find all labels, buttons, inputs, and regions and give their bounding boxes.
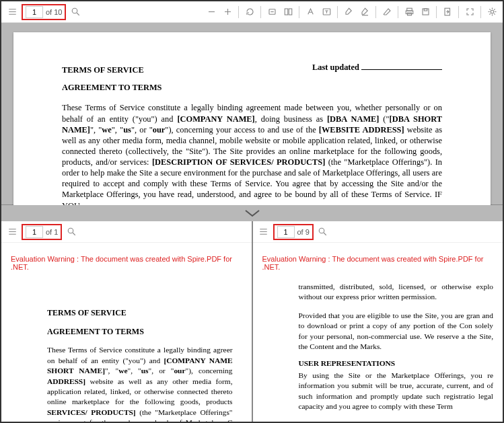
svg-point-12 (68, 228, 73, 233)
page-view-icon[interactable] (281, 5, 295, 19)
svg-rect-3 (289, 9, 292, 15)
save-icon[interactable] (419, 5, 432, 19)
zoom-out-icon[interactable] (205, 5, 218, 19)
underline-highlight-icon[interactable] (358, 5, 371, 19)
svg-rect-6 (406, 11, 413, 14)
sidebar-toggle-icon[interactable] (5, 5, 19, 19)
page-total-label: of 10 (46, 8, 62, 16)
eraser-icon[interactable] (380, 5, 394, 19)
page-number-input[interactable] (26, 226, 43, 238)
page-indicator: of 9 (273, 224, 314, 240)
right-viewer: of 9 Evaluation Warning : The document w… (253, 221, 503, 422)
top-toolbar: of 10 (1, 1, 503, 23)
svg-point-13 (320, 228, 325, 233)
doc-body: These Terms of Service constitute a lega… (47, 345, 233, 422)
fit-page-icon[interactable] (265, 5, 279, 19)
page-number-input[interactable] (277, 226, 295, 238)
section-title: USER REPRESENTATIONS (299, 358, 494, 369)
left-document-area: TERMS OF SERVICE AGREEMENT TO TERMS Thes… (1, 271, 252, 422)
right-toolbar: of 9 (253, 221, 503, 243)
text-tool-icon[interactable] (303, 5, 317, 19)
sidebar-toggle-icon[interactable] (5, 225, 19, 239)
right-document-area: transmitted, distributed, sold, licensed… (253, 271, 503, 412)
zoom-in-icon[interactable] (221, 5, 234, 19)
svg-rect-8 (423, 9, 429, 15)
doc-subtitle: AGREEMENT TO TERMS (47, 326, 233, 337)
fullscreen-icon[interactable] (463, 5, 476, 19)
left-toolbar: of 1 (1, 221, 252, 243)
evaluation-warning: Evaluation Warning : The document was cr… (1, 243, 252, 271)
document-page: transmitted, distributed, sold, licensed… (262, 280, 494, 412)
text-box-icon[interactable] (320, 5, 333, 19)
document-page: TERMS OF SERVICE Last updated AGREEMENT … (13, 32, 491, 205)
bottom-row: of 1 Evaluation Warning : The document w… (1, 221, 503, 422)
doc-body: These Terms of Service constitute a lega… (62, 102, 442, 205)
print-icon[interactable] (402, 5, 416, 19)
top-document-area: TERMS OF SERVICE Last updated AGREEMENT … (1, 23, 503, 205)
svg-rect-9 (424, 9, 427, 11)
search-icon[interactable] (316, 225, 330, 239)
svg-point-11 (491, 10, 494, 13)
para2: Provided that you are eligible to use th… (299, 311, 494, 352)
page-indicator: of 10 (22, 4, 66, 20)
highlight-icon[interactable] (342, 5, 355, 19)
doc-title: TERMS OF SERVICE (47, 307, 233, 318)
evaluation-warning: Evaluation Warning : The document was cr… (253, 243, 503, 271)
svg-point-0 (72, 8, 77, 13)
page-number-input[interactable] (26, 6, 43, 18)
para1: transmitted, distributed, sold, licensed… (299, 282, 494, 303)
doc-subtitle: AGREEMENT TO TERMS (62, 82, 442, 93)
left-viewer: of 1 Evaluation Warning : The document w… (1, 221, 253, 422)
export-icon[interactable] (441, 5, 454, 19)
top-viewer: of 10 TERMS OF SERVICE Last updated (1, 1, 503, 205)
svg-rect-2 (285, 9, 288, 15)
search-icon[interactable] (65, 225, 78, 239)
document-page: TERMS OF SERVICE AGREEMENT TO TERMS Thes… (11, 280, 242, 422)
para3: By using the Site or the Marketplace Off… (299, 371, 494, 412)
sidebar-toggle-icon[interactable] (257, 225, 271, 239)
page-total-label: of 9 (297, 228, 310, 236)
rotate-icon[interactable] (243, 5, 256, 19)
settings-icon[interactable] (485, 5, 499, 19)
search-icon[interactable] (69, 5, 82, 19)
page-indicator: of 1 (22, 224, 62, 240)
page-total-label: of 1 (46, 228, 58, 236)
chevron-down-icon (1, 205, 503, 221)
